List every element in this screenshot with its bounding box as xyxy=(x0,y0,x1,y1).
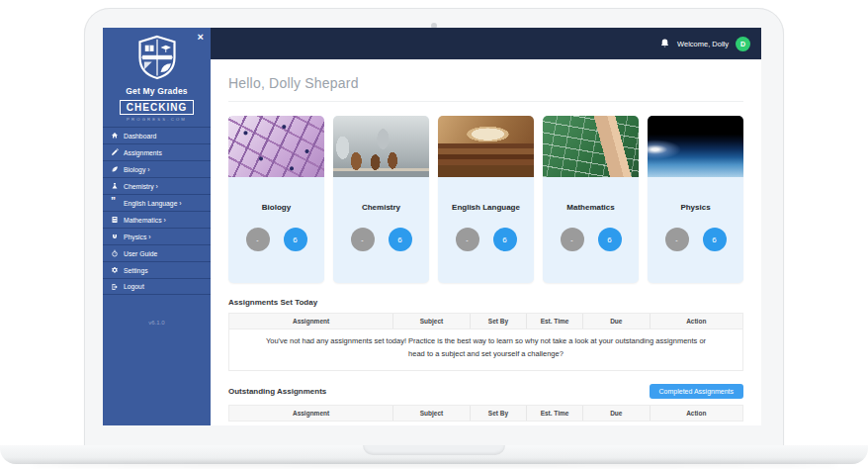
laptop-bezel: × xyxy=(84,8,784,450)
assignment-count-badge[interactable]: 6 xyxy=(389,228,412,251)
outstanding-header-bar: Outstanding Assignments Completed Assign… xyxy=(228,384,743,399)
leaf-icon xyxy=(111,165,119,173)
sidebar-item-label: Biology › xyxy=(124,166,149,173)
app-version: v6.1.0 xyxy=(103,320,211,326)
laptop-base xyxy=(0,445,868,464)
sidebar-item-label: Dashboard xyxy=(124,133,156,140)
physics-image xyxy=(648,116,743,177)
sidebar-item-biology[interactable]: Biology › xyxy=(103,160,211,177)
sidebar-item-mathematics[interactable]: Mathematics › xyxy=(103,211,211,228)
subject-card-title: Physics xyxy=(648,203,743,212)
main-panel: Welcome, Dolly D Hello, Dolly Shepard Bi… xyxy=(211,28,761,425)
english-image xyxy=(438,116,534,177)
assignments-today-title: Assignments Set Today xyxy=(228,298,743,307)
assignments-today-empty-message: You've not had any assignments set today… xyxy=(228,329,743,371)
sidebar: × xyxy=(103,28,211,425)
sidebar-item-label: Physics › xyxy=(124,234,151,240)
chemistry-image xyxy=(333,116,429,177)
assignments-today-table-header: AssignmentSubjectSet ByEst. TimeDueActio… xyxy=(228,313,743,329)
column-header-subject: Subject xyxy=(393,314,471,328)
assignment-count-badge[interactable]: 6 xyxy=(703,228,727,251)
column-header-action: Action xyxy=(651,406,742,421)
welcome-text: Welcome, Dolly xyxy=(677,40,729,48)
column-header-due: Due xyxy=(583,314,650,328)
stopwatch-icon xyxy=(111,249,119,257)
subject-card-title: Mathematics xyxy=(543,203,639,212)
brand-badge: CHECKING xyxy=(120,100,194,115)
subject-card-maths[interactable]: Mathematics - 6 xyxy=(543,116,639,283)
app-window: × xyxy=(103,28,761,425)
biology-image xyxy=(228,116,324,177)
column-header-est-time: Est. Time xyxy=(527,406,583,421)
page: × xyxy=(0,0,868,469)
sidebar-item-chemistry[interactable]: Chemistry › xyxy=(103,177,211,194)
column-header-subject: Subject xyxy=(393,406,471,421)
column-header-set-by: Set By xyxy=(471,314,527,328)
column-header-assignment: Assignment xyxy=(229,406,393,421)
flask-icon xyxy=(111,182,119,190)
sidebar-nav: Dashboard Assignments Biology › Chemistr… xyxy=(103,127,211,295)
assignment-count-badge[interactable]: 6 xyxy=(493,228,517,251)
subject-cards-row: Biology - 6 Chemistry - 6 English Langua… xyxy=(228,116,743,283)
topbar: Welcome, Dolly D xyxy=(211,28,761,59)
home-icon xyxy=(111,132,119,140)
laptop-base-notch xyxy=(363,445,505,455)
subject-card-title: Chemistry xyxy=(333,203,429,212)
pencil-icon xyxy=(111,148,119,156)
completed-assignments-button[interactable]: Completed Assignments xyxy=(650,384,743,399)
grade-badge[interactable]: - xyxy=(561,228,584,251)
calculator-icon xyxy=(111,216,119,224)
grade-badge[interactable]: - xyxy=(351,228,375,251)
sidebar-item-user-guide[interactable]: User Guide xyxy=(103,244,211,261)
sidebar-item-settings[interactable]: Settings xyxy=(103,261,211,278)
subject-card-biology[interactable]: Biology - 6 xyxy=(228,116,324,283)
page-title: Hello, Dolly Shepard xyxy=(228,71,743,102)
assignment-count-badge[interactable]: 6 xyxy=(284,228,307,251)
column-header-action: Action xyxy=(651,314,742,328)
subject-card-title: English Language xyxy=(438,203,534,212)
grade-badge[interactable]: - xyxy=(456,228,479,251)
avatar[interactable]: D xyxy=(736,37,750,51)
gear-icon xyxy=(111,266,119,274)
content-area: Hello, Dolly Shepard Biology - 6 Chemist… xyxy=(211,59,761,425)
sidebar-item-physics[interactable]: Physics › xyxy=(103,228,211,244)
grade-badge[interactable]: - xyxy=(246,228,270,251)
sidebar-item-label: Settings xyxy=(124,267,148,274)
outstanding-assignments-title: Outstanding Assignments xyxy=(228,387,326,396)
brand-subtitle: PROGRESS.COM xyxy=(103,117,211,122)
sidebar-item-label: Chemistry › xyxy=(124,183,158,190)
sidebar-item-dashboard[interactable]: Dashboard xyxy=(103,127,211,143)
sidebar-item-label: Assignments xyxy=(124,149,162,156)
column-header-due: Due xyxy=(583,406,650,421)
brand-block: Get My Grades CHECKING PROGRESS.COM xyxy=(103,28,211,122)
magnet-icon xyxy=(111,233,119,240)
laptop-screen: × xyxy=(103,28,761,425)
notification-bell-icon[interactable] xyxy=(659,38,670,49)
subject-card-english[interactable]: English Language - 6 xyxy=(438,116,534,283)
outstanding-assignments-table-header: AssignmentSubjectSet ByEst. TimeDueActio… xyxy=(228,405,743,422)
sidebar-item-english-language[interactable]: ” English Language › xyxy=(103,194,211,211)
sidebar-item-label: Logout xyxy=(124,283,144,290)
sidebar-item-label: Mathematics › xyxy=(124,217,166,224)
sidebar-item-label: User Guide xyxy=(124,250,157,257)
subject-card-chemistry[interactable]: Chemistry - 6 xyxy=(333,116,429,283)
quote-icon: ” xyxy=(111,199,119,207)
sidebar-item-label: English Language › xyxy=(124,200,182,207)
column-header-est-time: Est. Time xyxy=(527,314,583,328)
close-icon[interactable]: × xyxy=(198,32,204,43)
logout-icon xyxy=(111,283,119,291)
maths-image xyxy=(543,116,639,177)
subject-card-title: Biology xyxy=(228,203,324,212)
subject-card-physics[interactable]: Physics - 6 xyxy=(648,116,743,283)
sidebar-item-assignments[interactable]: Assignments xyxy=(103,143,211,160)
column-header-set-by: Set By xyxy=(471,406,527,421)
brand-shield-logo xyxy=(136,35,178,80)
assignment-count-badge[interactable]: 6 xyxy=(598,228,622,251)
sidebar-item-logout[interactable]: Logout xyxy=(103,278,211,295)
column-header-assignment: Assignment xyxy=(229,314,393,328)
grade-badge[interactable]: - xyxy=(665,228,689,251)
brand-name: Get My Grades xyxy=(103,86,211,96)
